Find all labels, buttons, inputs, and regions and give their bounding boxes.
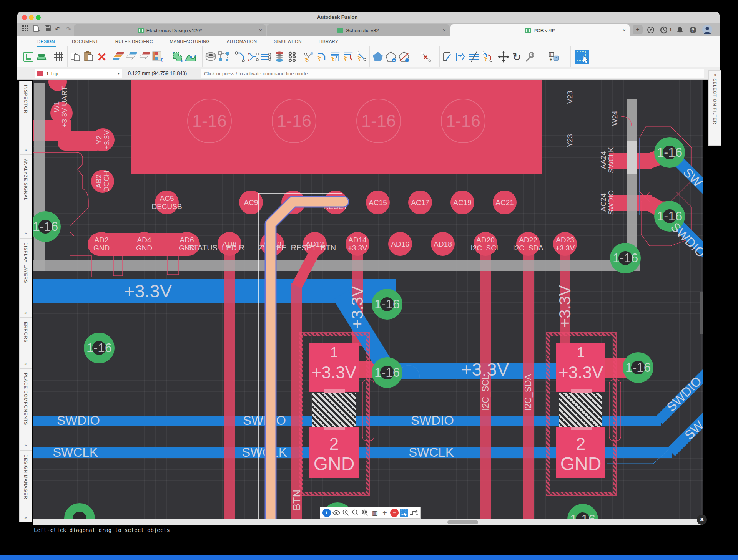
drag-handle-icon[interactable]: ⋮ <box>713 138 717 143</box>
zoom-in-icon[interactable] <box>342 509 350 517</box>
net-label[interactable]: +3.3V <box>556 285 574 328</box>
undo-icon[interactable]: ↶ <box>53 25 63 34</box>
route-manual-icon[interactable] <box>234 50 246 63</box>
notifications-bell-icon[interactable] <box>676 26 684 34</box>
net-label[interactable]: +3.3V <box>124 280 172 302</box>
rework-outline-icon[interactable] <box>442 50 454 63</box>
shortcuts-icon[interactable]: t+^ <box>549 50 560 63</box>
command-line-input[interactable] <box>201 69 704 78</box>
panel-errors[interactable]: ERRORS » <box>19 318 32 369</box>
net-label[interactable]: STATUS_LED R <box>188 244 244 252</box>
menu-manufacturing[interactable]: MANUFACTURING <box>169 38 211 47</box>
board-spline-icon[interactable] <box>185 50 196 63</box>
expand-panel-icon[interactable]: » <box>24 361 27 366</box>
zoom-fit-icon[interactable] <box>361 509 369 517</box>
polygon-fill-icon[interactable] <box>372 50 384 63</box>
info-icon[interactable]: i <box>322 509 331 517</box>
net-label[interactable]: SWDIO <box>57 413 100 428</box>
redo-icon[interactable]: ↷ <box>63 25 73 34</box>
close-tab-icon[interactable]: × <box>259 27 262 33</box>
paste-icon[interactable] <box>83 50 95 63</box>
net-label[interactable]: I2C_SDA <box>523 374 534 411</box>
panel-place-components[interactable]: PLACE COMPONENTS » <box>19 369 32 450</box>
switch-board-icon[interactable] <box>36 50 47 63</box>
unroute-icon[interactable] <box>420 50 432 63</box>
copy-icon[interactable] <box>70 50 81 63</box>
net-label[interactable]: W24 <box>611 111 619 126</box>
layer-dropdown[interactable]: 1 Top ▾ <box>35 69 122 78</box>
via[interactable]: 1-16 <box>372 289 402 320</box>
layer-settings-gear-icon[interactable]: ⚙ <box>152 50 163 63</box>
net-label[interactable]: +3.3V <box>348 286 367 329</box>
minimize-window-button[interactable] <box>29 15 34 20</box>
expand-panel-icon[interactable]: » <box>24 310 27 315</box>
net-label[interactable]: 1-16 <box>361 111 396 131</box>
tab-electronics-design[interactable]: Electronics Design v120* × <box>74 24 266 36</box>
select-mode-icon[interactable] <box>400 509 408 517</box>
autodesk-logo-icon[interactable]: a <box>697 515 707 525</box>
net-label[interactable]: AB2DCCH <box>95 171 110 192</box>
net-label[interactable]: SWDIO <box>411 413 454 428</box>
net-label[interactable]: BTN <box>291 490 303 510</box>
board-outline-right-light[interactable] <box>627 141 637 174</box>
rework-reroute-icon[interactable] <box>481 50 493 63</box>
net-label[interactable]: I2C_SCL <box>480 374 491 410</box>
via[interactable]: 1-16 <box>372 357 402 388</box>
quickroute-partial-icon[interactable] <box>342 50 354 63</box>
expand-panel-icon[interactable]: » <box>24 231 27 235</box>
net-label[interactable]: 1-16 <box>192 111 227 131</box>
place-via-icon[interactable] <box>205 50 216 63</box>
menu-simulation[interactable]: SIMULATION <box>273 38 302 47</box>
close-window-button[interactable] <box>22 15 27 20</box>
board-outline-bottom[interactable] <box>33 260 640 271</box>
delete-icon[interactable]: ✕ <box>96 50 108 63</box>
switch-schematic-icon[interactable] <box>23 50 34 63</box>
vertical-scrollbar[interactable] <box>700 292 703 334</box>
close-tab-icon[interactable]: × <box>443 27 446 33</box>
close-tab-icon[interactable]: × <box>623 27 626 33</box>
via[interactable]: 1-16 <box>610 243 641 273</box>
trace-ad8[interactable] <box>224 252 235 519</box>
panel-analyze-signal[interactable]: ANALYZE SIGNAL » <box>19 155 32 238</box>
expand-panel-icon[interactable]: » <box>24 515 27 520</box>
route-differential-icon[interactable] <box>248 50 259 63</box>
menu-design[interactable]: DESIGN <box>37 38 56 47</box>
route-style-icon[interactable] <box>409 509 418 517</box>
via[interactable]: 1-16 <box>654 137 685 168</box>
new-tab-button[interactable]: + <box>633 25 643 34</box>
menu-automation[interactable]: AUTOMATION <box>226 38 258 47</box>
via[interactable]: 1-16 <box>567 504 598 519</box>
via[interactable] <box>64 503 95 519</box>
pcb-canvas[interactable]: AC5DECUSBAC9AC11AC13RESETAC15AC17AC19AC2… <box>33 80 703 519</box>
net-label[interactable]: W1+3.3V UART <box>53 86 68 128</box>
scrollbar-handle[interactable] <box>447 520 478 524</box>
net-label[interactable]: 1-16 <box>446 111 480 131</box>
rework-extend-icon[interactable] <box>455 50 467 63</box>
panel-display-layers[interactable]: DISPLAY LAYERS » <box>19 238 32 318</box>
collapse-left-icon[interactable]: « <box>714 72 716 77</box>
quickroute-pair-icon[interactable] <box>356 50 367 63</box>
expand-panel-icon[interactable]: » <box>24 147 27 152</box>
net-label[interactable]: Y2+3.3V <box>95 130 111 149</box>
visibility-eye-icon[interactable] <box>332 509 341 517</box>
expand-panel-icon[interactable]: » <box>24 443 27 447</box>
polygon-delete-icon[interactable] <box>398 50 410 63</box>
route-multi-icon[interactable] <box>261 50 272 63</box>
layers-bottom-icon[interactable] <box>139 50 150 63</box>
browser-home-icon[interactable] <box>647 26 655 34</box>
net-label[interactable]: 1-16 <box>277 111 311 131</box>
rework-align-icon[interactable] <box>468 50 480 63</box>
board-outline-right[interactable] <box>627 99 637 265</box>
place-component-icon[interactable] <box>218 50 229 63</box>
layers-top-icon[interactable] <box>126 50 137 63</box>
grid-icon[interactable]: ▦ <box>371 509 379 517</box>
quickroute-single-icon[interactable] <box>316 50 328 63</box>
menu-document[interactable]: DOCUMENT <box>71 38 99 47</box>
via[interactable]: 1-16 <box>33 211 61 242</box>
drc-stop-icon[interactable]: − <box>390 509 399 517</box>
help-icon[interactable]: ? <box>689 26 697 34</box>
polygon-outline-icon[interactable] <box>385 50 397 63</box>
zoom-out-icon[interactable] <box>351 509 360 517</box>
board-outline-left[interactable] <box>34 83 45 271</box>
net-label[interactable]: V23 <box>566 91 574 104</box>
